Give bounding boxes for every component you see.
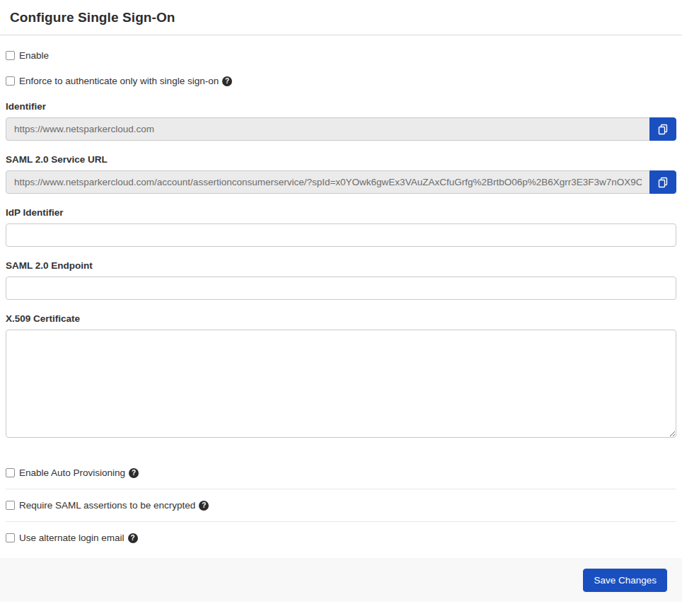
row-divider (6, 521, 676, 522)
help-question-icon[interactable]: ? (129, 468, 139, 478)
copy-identifier-button[interactable] (649, 117, 676, 141)
enable-checkbox-label: Enable (19, 50, 49, 61)
enforce-sso-checkbox[interactable] (6, 76, 15, 86)
enforce-sso-checkbox-row: Enforce to authenticate only with single… (6, 76, 676, 86)
bottom-toggle-section: Enable Auto Provisioning ? Require SAML … (6, 467, 676, 543)
idp-identifier-field-group: IdP Identifier (6, 207, 676, 247)
require-encrypted-checkbox[interactable] (6, 501, 15, 510)
auto-provisioning-checkbox[interactable] (6, 468, 15, 477)
alternate-email-checkbox-label: Use alternate login email (19, 533, 125, 543)
certificate-field-group: X.509 Certificate (6, 313, 676, 438)
identifier-input[interactable] (6, 117, 650, 141)
enforce-sso-checkbox-label: Enforce to authenticate only with single… (19, 76, 219, 86)
page-header: Configure Single Sign-On (0, 0, 682, 35)
idp-identifier-label: IdP Identifier (6, 207, 676, 218)
copy-icon (657, 124, 669, 135)
identifier-label: Identifier (6, 101, 676, 112)
certificate-textarea[interactable] (6, 330, 676, 438)
alternate-email-checkbox[interactable] (6, 533, 15, 542)
sso-settings-form: Enable Enforce to authenticate only with… (0, 50, 682, 543)
idp-identifier-input[interactable] (6, 223, 676, 247)
copy-service-url-button[interactable] (649, 170, 676, 194)
alternate-email-checkbox-row: Use alternate login email ? (6, 533, 676, 543)
header-divider (0, 35, 682, 35)
saml-endpoint-label: SAML 2.0 Endpoint (6, 260, 676, 271)
copy-icon (657, 177, 669, 188)
saml-endpoint-field-group: SAML 2.0 Endpoint (6, 260, 676, 300)
service-url-field-group: SAML 2.0 Service URL (6, 154, 676, 194)
identifier-field-group: Identifier (6, 101, 676, 141)
enable-checkbox-row: Enable (6, 50, 676, 61)
row-divider (6, 489, 676, 489)
help-question-icon[interactable]: ? (199, 501, 209, 511)
help-question-icon[interactable]: ? (128, 533, 138, 543)
require-encrypted-checkbox-row: Require SAML assertions to be encrypted … (6, 500, 676, 511)
enable-checkbox[interactable] (6, 51, 15, 60)
auto-provisioning-checkbox-label: Enable Auto Provisioning (19, 467, 125, 478)
save-changes-button[interactable]: Save Changes (583, 569, 667, 592)
service-url-label: SAML 2.0 Service URL (6, 154, 676, 165)
form-footer: Save Changes (0, 558, 682, 602)
certificate-label: X.509 Certificate (6, 313, 676, 324)
identifier-input-group (6, 117, 676, 141)
page-title: Configure Single Sign-On (10, 10, 672, 25)
saml-endpoint-input[interactable] (6, 277, 676, 300)
require-encrypted-checkbox-label: Require SAML assertions to be encrypted (19, 500, 195, 511)
auto-provisioning-checkbox-row: Enable Auto Provisioning ? (6, 467, 676, 478)
help-question-icon[interactable]: ? (222, 76, 232, 86)
service-url-input-group (6, 170, 676, 194)
service-url-input[interactable] (6, 170, 650, 194)
